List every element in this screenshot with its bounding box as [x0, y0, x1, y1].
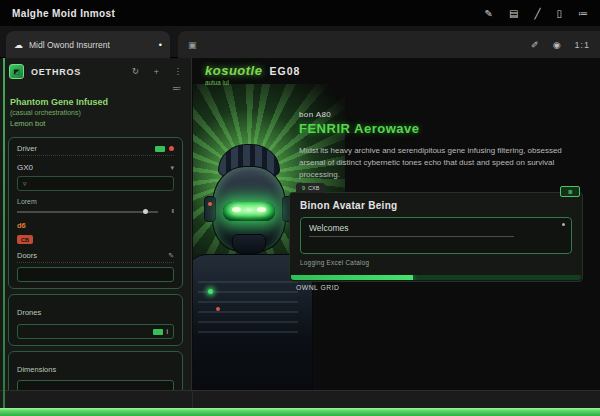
filter-icon[interactable]: ≕: [172, 83, 181, 93]
status-dot-red: [169, 146, 174, 151]
drones-badge-green: [153, 329, 163, 335]
logo-row: kosuotle EG08: [205, 63, 600, 78]
helmet-jaw: [232, 234, 266, 254]
filter-row: ≕: [0, 83, 191, 95]
slider-end-marks: ‖: [172, 208, 174, 214]
visor-eye-right: [257, 207, 266, 212]
drones-label: Drones: [17, 308, 41, 317]
select-chevron-icon: ▿: [23, 180, 27, 188]
intro-byline: Lemon bot: [10, 119, 181, 128]
card-title: Binon Avatar Being: [300, 200, 572, 211]
progress-bar: [291, 275, 581, 280]
app-logo-tagline: autua iul: [205, 79, 600, 86]
card-tab-number: 9: [302, 185, 305, 191]
doors-label: Doors: [17, 251, 37, 260]
card-mini-tab[interactable]: 9 CXB: [296, 183, 325, 193]
slider-track: [17, 211, 158, 213]
kebab-menu-icon[interactable]: ⋮: [174, 66, 183, 78]
intro-title: Phantom Gene Infused: [10, 97, 181, 107]
tab-title: Midl Owond Insurrent: [29, 40, 110, 50]
dice-label: d6: [17, 221, 174, 230]
tab-bar: ☁ Midl Owond Insurrent • ▣ ✐ ◉ 1:1: [0, 26, 600, 58]
main-content: kosuotle EG08 autua iul bon A80 FENRIR A…: [193, 58, 600, 390]
status-badge-green: [155, 146, 165, 152]
bottom-green-bar: [0, 408, 600, 416]
character-description: Midst its heavy archive and serendipitou…: [299, 145, 585, 181]
cb-badge: CB: [17, 235, 33, 244]
sidebar-header: ◩ OETHROS ↻ ＋ ⋮: [0, 58, 191, 83]
sidebar-intro: Phantom Gene Infused (casual orchestrati…: [0, 95, 191, 132]
footer-strip: [0, 390, 600, 408]
input-placeholder: Welcomes: [309, 223, 563, 233]
pen-small-icon[interactable]: ✐: [531, 40, 539, 50]
input-underline: [309, 236, 514, 237]
driver-field[interactable]: Driver: [17, 144, 174, 156]
battery-icon: ▯: [556, 8, 562, 19]
title-bar: Malghe Moid Inmost ✎ ▤ ╱ ▯ ≔: [0, 0, 600, 26]
character-name: FENRIR Aerowave: [299, 121, 585, 136]
helmet-visor: [223, 202, 275, 221]
titlebar-icons: ✎ ▤ ╱ ▯ ≔: [485, 8, 588, 19]
progress-fill: [291, 275, 413, 280]
sidebar-header-icons: ↻ ＋ ⋮: [132, 66, 182, 78]
refresh-icon[interactable]: ↻: [132, 66, 139, 78]
ear-red-light: [208, 202, 212, 206]
card-corner-badge-icon[interactable]: ≣: [560, 186, 580, 197]
intro-subtitle: (casual orchestrations): [10, 109, 181, 116]
character-kicker: bon A80: [299, 110, 585, 119]
doors-field[interactable]: Doors ✎: [17, 251, 174, 263]
panel-icon[interactable]: ▣: [188, 40, 197, 50]
settings-box-drones: Drones i: [8, 294, 183, 346]
input-corner-dot: [562, 223, 565, 226]
footer-divider: [192, 390, 193, 408]
dimensions-label: Dimensions: [17, 365, 56, 374]
character-info: bon A80 FENRIR Aerowave Midst its heavy …: [299, 110, 585, 181]
brand-logo-icon: ◩: [9, 64, 24, 79]
model-value: GX0: [17, 163, 33, 172]
card-tab-text: CXB: [308, 185, 319, 191]
doors-input[interactable]: [17, 267, 174, 282]
helmet-ear-left: [204, 196, 216, 222]
sidebar: ◩ OETHROS ↻ ＋ ⋮ ≕ Phantom Gene Infused (…: [0, 58, 192, 390]
settings-box-driver: Driver GX0 ▾ ▿ Lorem ‖ d6 CB Doors ✎: [8, 137, 183, 289]
sidebar-accent-line: [3, 58, 5, 408]
below-card-label: OWNL GRID: [296, 284, 340, 291]
chevron-down-icon: ▾: [170, 164, 174, 172]
toolbar-pane: ▣ ✐ ◉ 1:1: [178, 31, 600, 58]
plus-icon[interactable]: ＋: [152, 66, 161, 78]
record-icon[interactable]: ◉: [553, 40, 561, 50]
slash-icon[interactable]: ╱: [534, 8, 540, 19]
edit-icon[interactable]: ✎: [168, 252, 174, 260]
document-icon[interactable]: ▤: [509, 8, 518, 19]
dimensions-input[interactable]: [17, 380, 174, 390]
chest-green-light: [208, 289, 213, 294]
drones-row[interactable]: i: [17, 324, 174, 339]
window-title: Malghe Moid Inmost: [12, 8, 115, 19]
toolbar-right-icons: ✐ ◉ 1:1: [531, 40, 590, 50]
drones-info: i: [167, 328, 168, 335]
slider-label: Lorem: [17, 198, 174, 205]
main-header: kosuotle EG08 autua iul: [193, 58, 600, 86]
meter-icon[interactable]: ≔: [578, 8, 588, 19]
cloud-icon: ☁: [14, 40, 23, 50]
app-logo-text: kosuotle: [205, 63, 262, 78]
scale-label: 1:1: [574, 40, 590, 50]
brand-name: OETHROS: [31, 67, 81, 77]
browser-tab[interactable]: ☁ Midl Owond Insurrent •: [6, 31, 170, 58]
visor-eye-left: [232, 207, 241, 212]
model-row[interactable]: GX0 ▾: [17, 163, 174, 172]
chest-red-light: [216, 307, 220, 311]
settings-box-dimensions: Dimensions: [8, 351, 183, 390]
chat-card: 9 CXB ≣ Binon Avatar Being Welcomes Logg…: [289, 192, 583, 282]
card-hint: Logging Excel Catalog: [300, 259, 572, 266]
model-select[interactable]: ▿: [17, 176, 174, 191]
chest-lines: [198, 281, 298, 341]
app-window: Malghe Moid Inmost ✎ ▤ ╱ ▯ ≔ ☁ Midl Owon…: [0, 0, 600, 416]
value-slider[interactable]: ‖: [17, 209, 174, 215]
slider-knob[interactable]: [143, 209, 148, 214]
tab-modified-dot: •: [159, 40, 162, 50]
message-input[interactable]: Welcomes: [300, 217, 572, 254]
app-logo-suffix: EG08: [269, 65, 300, 77]
pen-icon[interactable]: ✎: [485, 8, 493, 19]
driver-label: Driver: [17, 144, 37, 153]
